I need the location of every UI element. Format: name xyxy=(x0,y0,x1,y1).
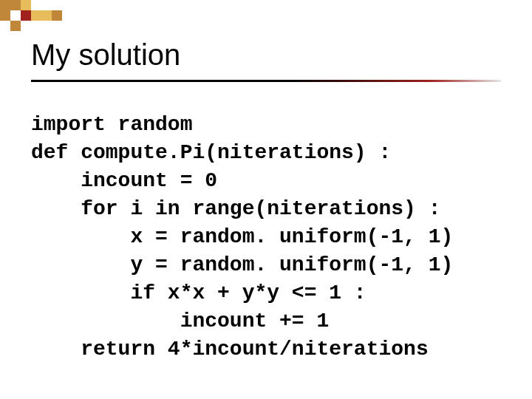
ornament-square xyxy=(41,10,52,21)
slide: My solution import random def compute.Pi… xyxy=(0,0,532,399)
ornament-square xyxy=(10,21,21,31)
corner-ornament xyxy=(0,0,89,30)
ornament-square xyxy=(31,10,41,21)
slide-title: My solution xyxy=(31,38,180,72)
ornament-square xyxy=(10,0,21,10)
title-underline xyxy=(31,80,501,82)
ornament-square xyxy=(21,0,31,10)
code-block: import random def compute.Pi(niterations… xyxy=(31,111,453,364)
ornament-square xyxy=(21,10,31,21)
ornament-square xyxy=(0,10,10,21)
ornament-square xyxy=(0,0,10,10)
ornament-square xyxy=(52,10,62,21)
